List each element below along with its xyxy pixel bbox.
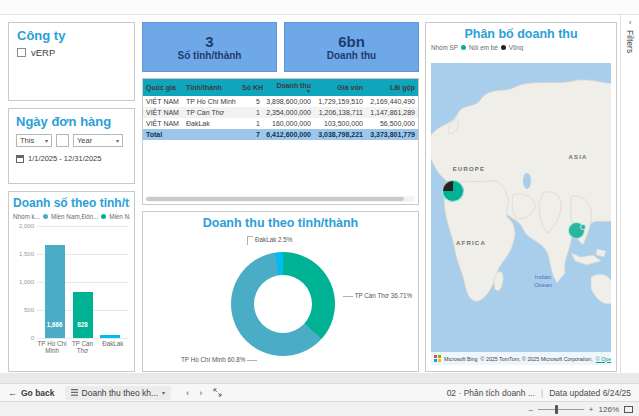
legend-dot-icon [43,214,48,219]
verp-checkbox-label: vERP [31,47,55,58]
table-horizontal-scrollbar[interactable] [146,196,415,202]
verp-checkbox-row[interactable]: vERP [17,47,126,58]
report-title: 02 · Phân tích doanh ... [447,388,535,398]
map-pie-bubble-1[interactable] [442,180,464,202]
next-page-button[interactable]: › [199,388,202,398]
order-date-title: Ngày đơn hàng [16,114,127,129]
revenue-table-panel: Quốc gia Tỉnh/thành Số KH Doanh thu ▼ Gi… [142,78,419,205]
bar-chart-legend: Nhóm k... Miền Nam,Đôn... Miền Nam... ▶ [13,213,130,220]
fit-page-icon[interactable] [624,406,633,413]
bar-tp-can-tho[interactable]: 828 [73,292,93,338]
bar-tp-ho-chi-minh[interactable]: 1,666 [45,245,65,338]
kpi-revenue-label: Doanh thu [327,50,376,61]
zoom-slider-thumb[interactable] [555,405,558,414]
bar-daklak[interactable] [100,335,120,338]
col-so-kh[interactable]: Số KH [239,82,263,93]
company-slicer-title: Công ty [17,28,126,43]
chevron-down-icon: ▾ [162,390,165,396]
previous-page-button[interactable]: ‹ [186,388,189,398]
table-row[interactable]: VIỆT NAM ĐakLak 1 160,000,000 103,500,00… [143,118,418,129]
x-axis-label: TP Cần Thơ [67,340,97,354]
donut-callout-hcm: TP Hồ Chí Minh 60.8% [181,356,257,363]
copyright-text: © 2025 TomTom, © 2025 Microsoft Corporat… [481,356,593,362]
table-header-row: Quốc gia Tỉnh/thành Số KH Doanh thu ▼ Gi… [143,79,418,96]
filters-collapse-icon[interactable]: ‹ [629,18,632,27]
back-arrow-icon[interactable]: ← [8,388,17,398]
bar-chart-plot: 2,000 1,500 1,000 500 0 1,666 828 [37,226,128,338]
col-gia-von[interactable]: Giá vốn [314,82,366,93]
bar-chart-title: Doanh số theo tỉnh/thà... [13,196,130,210]
table-total-row: Total 7 6,412,600,000 3,038,798,221 3,37… [143,129,418,140]
date-range-value: 1/1/2025 - 12/31/2025 [28,154,101,163]
leader-line [247,236,253,245]
zoom-out-icon[interactable]: – [528,405,532,414]
y-axis-tick: 1,500 [13,251,34,257]
fit-to-screen-icon[interactable] [213,388,222,397]
date-number-input[interactable] [56,134,69,147]
filters-pane-label: Filters [625,30,635,53]
report-action-bar: ← Go back Doanh thu theo kh... ▾ ‹ › 02 … [0,383,639,401]
go-back-button[interactable]: Go back [21,388,55,398]
company-slicer-panel: Công ty vERP [8,22,135,101]
map-pie-bubble-3[interactable] [580,224,586,230]
chevron-down-icon: ▾ [116,138,119,144]
chevron-down-icon: ▾ [45,138,48,144]
col-doanh-thu[interactable]: Doanh thu ▼ [263,80,314,95]
bing-label: Microsoft Bing [444,356,478,362]
map-label-africa: AFRICA [456,240,486,246]
map-label-europe: EUROPE [453,166,486,172]
microsoft-logo-icon [434,355,441,362]
x-axis-label: ĐakLak [98,340,128,354]
zoom-level-value[interactable]: 126% [599,405,619,414]
status-bar: – + 126% [0,401,639,416]
col-quoc-gia[interactable]: Quốc gia [143,82,183,93]
zoom-slider[interactable] [538,409,584,410]
bar-value-label: 828 [73,321,93,328]
donut-callout-cantho: TP Cần Thơ 36.71% [343,292,412,299]
map-legend: Nhóm SP Nôi em bé Võng [431,44,611,51]
separator: | [541,388,543,398]
scrollbar-thumb[interactable] [146,197,404,201]
page-list-icon [71,389,78,396]
sort-descending-icon: ▼ [266,89,311,93]
openstreetmap-link[interactable]: © OpenStreetMap [596,356,611,362]
y-axis-tick: 2,000 [13,223,34,229]
world-map[interactable]: EUROPE ASIA AFRICA Indian Ocean Microsof… [431,63,611,365]
x-axis-label: TP Hồ Chí Minh [37,340,67,354]
legend-item[interactable]: Miền Nam... [109,213,130,220]
legend-item[interactable]: Võng [509,44,524,51]
top-strip [0,0,639,15]
donut-ring[interactable] [231,252,335,356]
table-row[interactable]: VIỆT NAM TP Hồ Chí Minh 5 3,898,600,000 … [143,96,418,107]
checkbox-icon[interactable] [17,48,26,57]
y-axis-tick: 0 [13,335,34,341]
kpi-card-provinces[interactable]: 3 Số tỉnh/thành [142,22,277,72]
col-tinh-thanh[interactable]: Tỉnh/thành [183,82,239,93]
table-row[interactable]: VIỆT NAM TP Cần Thơ 1 2,354,000,000 1,20… [143,107,418,118]
map-title: Phân bố doanh thu [431,27,611,41]
map-attribution: Microsoft Bing © 2025 TomTom, © 2025 Mic… [431,352,611,365]
y-axis-tick: 1,000 [13,279,34,285]
leader-line [343,296,353,297]
data-updated-label: Data updated 6/24/25 [549,388,631,398]
col-lai-gop[interactable]: Lãi gộp [366,82,418,93]
kpi-card-revenue[interactable]: 6bn Doanh thu [284,22,419,72]
y-axis-tick: 500 [13,307,34,313]
map-svg: EUROPE ASIA AFRICA Indian Ocean [431,63,611,365]
map-panel: Phân bố doanh thu Nhóm SP Nôi em bé Võng [425,22,617,372]
calendar-icon [16,155,24,163]
legend-item[interactable]: Miền Nam,Đôn... [51,213,98,220]
map-label-indian-ocean: Indian [535,274,551,280]
legend-dot-icon [461,45,466,50]
kpi-provinces-label: Số tỉnh/thành [178,50,242,61]
donut-chart-title: Doanh thu theo tỉnh/thành [147,216,414,230]
page-selector-dropdown[interactable]: Doanh thu theo kh... ▾ [65,386,172,400]
date-preset-dropdown[interactable]: This ▾ [16,134,52,147]
legend-dot-icon [101,214,106,219]
powerbi-dashboard: Công ty vERP 3 Số tỉnh/thành 6bn Doanh t… [0,0,639,416]
legend-dot-icon [501,45,506,50]
date-unit-dropdown[interactable]: Year ▾ [73,134,123,147]
legend-item[interactable]: Nôi em bé [469,44,498,51]
zoom-in-icon[interactable]: + [589,405,594,414]
filters-pane-collapsed[interactable]: ‹ Filters [620,15,639,373]
